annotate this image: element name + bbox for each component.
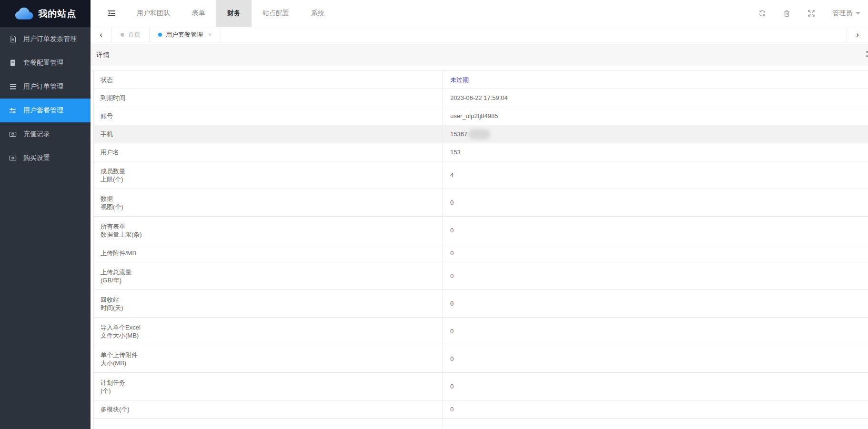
banknote-icon [9,154,17,162]
table-row: 回收站时间(天)0 [94,290,868,318]
excel-file-icon [9,35,17,43]
row-label-line: 时间(天) [101,304,443,312]
row-label-line: 计划任务 [101,379,443,387]
sidebar-item-4[interactable]: 充值记录 [0,122,91,146]
row-value-text: 4 [450,171,454,179]
row-label-line: 账号 [101,112,443,120]
user-menu-label: 管理员 [832,9,852,18]
tabs-scroll-right-icon[interactable]: › [847,27,868,42]
row-label-line: 成员数量 [101,167,443,175]
refresh-icon[interactable] [758,10,766,17]
row-label-line: 文件大小(MB) [101,331,443,339]
sidebar-item-label: 套餐配置管理 [23,59,63,67]
sidebar: 用户订单发票管理套餐配置管理用户订单管理用户套餐管理充值记录购买设置 [0,27,91,429]
table-row: 手机15367 [94,125,868,143]
row-label: 手机 [94,125,443,143]
brand-title: 我的站点 [39,8,77,20]
sidebar-item-5[interactable]: 购买设置 [0,146,91,170]
detail-table: 状态未过期到期时间2023-06-22 17:59:04账号user_ufp2t… [93,70,868,429]
top-nav-item-0[interactable]: 用户和团队 [126,0,181,27]
table-row: 成员数量上限(个)4 [94,161,868,189]
list-icon [9,83,17,90]
row-value: 0 [443,189,868,216]
row-value: 0 [443,244,868,262]
row-value: 0 [443,345,868,372]
row-value-text: 2023-06-22 17:59:04 [450,94,508,101]
collapse-menu-icon[interactable] [97,0,126,27]
more-dots-icon[interactable] [866,51,868,60]
row-value: 0 [443,262,868,289]
row-label: 账号 [94,107,443,125]
row-label: 所有表单数据量上限(条) [94,217,443,244]
sidebar-item-2[interactable]: 用户订单管理 [0,75,91,99]
table-row: 用户名153 [94,143,868,161]
tabs-scroll-left-icon[interactable]: ‹ [91,27,112,42]
breadcrumb-tabs: 首页用户套餐管理× [112,27,221,42]
row-label: 上传总流量(GB/年) [94,262,443,289]
row-value: 0 [443,290,868,317]
brand-logo: 我的站点 [0,0,91,27]
row-value: 0 [443,318,868,345]
row-value: 2023-06-22 17:59:04 [443,89,868,107]
row-value: user_ufp2tj84985 [443,107,868,125]
row-value: 4 [443,161,868,189]
sidebar-item-3[interactable]: 用户套餐管理 [0,99,91,122]
top-nav-item-4[interactable]: 系统 [300,0,335,27]
trash-icon[interactable] [783,10,790,17]
sidebar-item-label: 充值记录 [23,130,50,139]
top-nav-item-2[interactable]: 财务 [216,0,252,27]
sidebar-item-label: 用户套餐管理 [23,106,63,115]
row-value-text: 0 [450,328,454,335]
table-row: 数据视图(个)0 [94,189,868,217]
row-value: 153 [443,143,868,161]
sidebar-item-1[interactable]: 套餐配置管理 [0,51,91,75]
table-row: 单个上传附件大小(MB)0 [94,345,868,373]
user-menu[interactable]: 管理员 [832,9,860,18]
tab-strip: ‹ 首页用户套餐管理× › [91,27,868,42]
row-label-line: (个) [101,387,443,395]
chevron-down-icon [856,12,860,15]
row-label: 到期时间 [94,89,443,107]
top-nav-item-3[interactable]: 站点配置 [252,0,300,27]
row-value-text: 15367 [450,130,467,138]
top-nav-item-1[interactable]: 表单 [181,0,216,27]
tab-label: 用户套餐管理 [166,30,203,39]
row-value-text: 0 [450,355,454,362]
row-label [94,419,443,429]
row-value-text: 153 [450,149,461,156]
tab-dot-icon [158,33,162,37]
sidebar-item-0[interactable]: 用户订单发票管理 [0,27,91,51]
row-value-text: 0 [450,300,454,307]
table-row: 所有表单数据量上限(条)0 [94,217,868,244]
row-label-line: 上传总流量 [101,268,443,276]
panel-title: 详情 [96,51,110,60]
header-actions: 管理员 [758,0,868,27]
row-label: 回收站时间(天) [94,290,443,317]
sidebar-item-label: 用户订单管理 [23,82,63,91]
tab-0[interactable]: 首页 [112,27,150,42]
tab-dot-icon [121,33,124,37]
table-row: 状态未过期 [94,71,868,89]
close-tab-icon[interactable]: × [208,31,212,38]
status-link[interactable]: 未过期 [450,76,469,84]
row-label-line: 导入单个Excel [101,323,443,331]
table-row: 到期时间2023-06-22 17:59:04 [94,89,868,107]
sidebar-item-label: 购买设置 [23,154,50,162]
fullscreen-icon[interactable] [807,10,815,17]
app-window: 我的站点 用户和团队表单财务站点配置系统 管理员 用户订单发票管理套餐配置管理用… [0,0,868,429]
row-label-line: 上传附件/MB [101,249,443,257]
row-label: 单个上传附件大小(MB) [94,345,443,372]
row-label: 导入单个Excel文件大小(MB) [94,318,443,345]
book-icon [9,59,17,67]
row-label-line: 单个上传附件 [101,351,443,359]
banknote-icon [9,130,17,138]
row-label-line: 到期时间 [101,94,443,102]
row-value-text: 0 [450,383,454,390]
row-value [443,419,868,429]
cloud-logo-icon [14,7,34,20]
row-value: 0 [443,400,868,418]
table-row: 计划任务(个)0 [94,373,868,400]
tab-1[interactable]: 用户套餐管理× [150,27,221,42]
row-label: 计划任务(个) [94,373,443,400]
row-label-line: 视图(个) [101,203,443,211]
